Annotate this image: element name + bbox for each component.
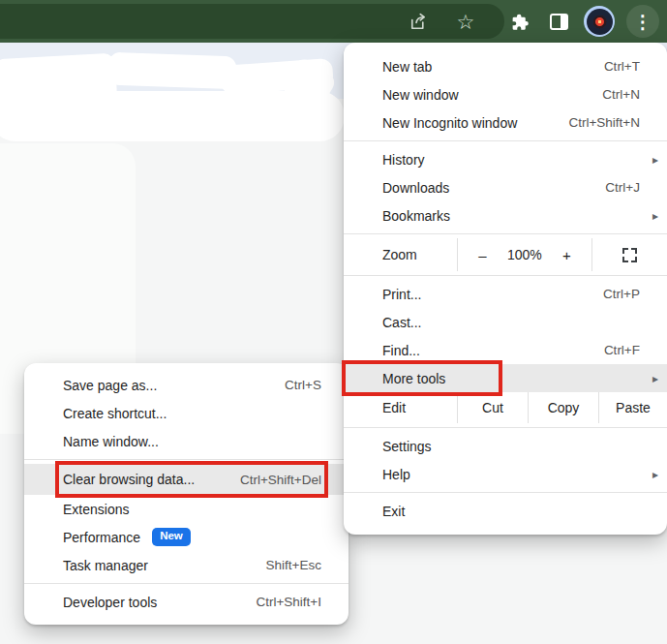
redacted-content-blob bbox=[0, 91, 345, 141]
menu-item-downloads[interactable]: Downloads Ctrl+J bbox=[344, 173, 667, 201]
bookmark-star-icon[interactable]: ☆ bbox=[452, 8, 479, 35]
menu-item-cast[interactable]: Cast... bbox=[344, 308, 667, 336]
shortcut-label: Ctrl+J bbox=[605, 180, 640, 195]
menu-item-zoom: Zoom – 100% + bbox=[344, 238, 667, 271]
more-tools-submenu: Save page as... Ctrl+S Create shortcut..… bbox=[24, 363, 349, 625]
menu-item-bookmarks[interactable]: Bookmarks ▸ bbox=[344, 201, 667, 230]
menu-item-task-manager[interactable]: Task manager Shift+Esc bbox=[24, 551, 349, 579]
menu-item-save-page-as[interactable]: Save page as... Ctrl+S bbox=[24, 371, 349, 399]
shortcut-label: Ctrl+T bbox=[604, 59, 640, 74]
avatar-image bbox=[587, 9, 613, 35]
paste-button[interactable]: Paste bbox=[598, 392, 667, 423]
menu-item-performance[interactable]: Performance New bbox=[24, 523, 349, 551]
menu-item-new-window[interactable]: New window Ctrl+N bbox=[344, 80, 667, 108]
shortcut-label: Ctrl+F bbox=[604, 343, 640, 357]
cut-button[interactable]: Cut bbox=[457, 392, 528, 423]
menu-separator bbox=[344, 233, 667, 234]
zoom-out-button[interactable]: – bbox=[470, 245, 494, 265]
menu-item-settings[interactable]: Settings bbox=[344, 432, 667, 460]
address-bar[interactable]: ☆ bbox=[0, 4, 504, 39]
fullscreen-icon bbox=[622, 248, 637, 262]
chrome-main-menu: New tab Ctrl+T New window Ctrl+N New Inc… bbox=[344, 43, 667, 535]
extensions-puzzle-icon[interactable] bbox=[506, 8, 533, 35]
menu-separator bbox=[24, 459, 349, 460]
menu-item-create-shortcut[interactable]: Create shortcut... bbox=[24, 399, 349, 427]
menu-separator bbox=[344, 140, 667, 141]
vertical-ellipsis-icon: ⋮ bbox=[634, 13, 652, 31]
browser-window: ☆ ⋮ New tab Ctrl+T New window Ctrl+N New bbox=[0, 0, 667, 644]
zoom-level: 100% bbox=[507, 247, 542, 262]
profile-avatar[interactable] bbox=[584, 6, 615, 37]
menu-item-new-incognito-window[interactable]: New Incognito window Ctrl+Shift+N bbox=[344, 108, 667, 137]
submenu-arrow-icon: ▸ bbox=[652, 468, 658, 481]
menu-separator bbox=[344, 275, 667, 276]
shortcut-label: Ctrl+P bbox=[603, 287, 640, 301]
submenu-arrow-icon: ▸ bbox=[652, 209, 658, 223]
three-dot-menu-button[interactable]: ⋮ bbox=[626, 5, 659, 38]
menu-item-developer-tools[interactable]: Developer tools Ctrl+Shift+I bbox=[24, 588, 349, 616]
menu-row-edit: Edit Cut Copy Paste bbox=[344, 392, 667, 423]
menu-item-extensions[interactable]: Extensions bbox=[24, 495, 349, 523]
edit-label: Edit bbox=[344, 392, 457, 423]
menu-item-history[interactable]: History ▸ bbox=[344, 145, 667, 173]
shortcut-label: Shift+Esc bbox=[266, 558, 321, 572]
menu-item-more-tools[interactable]: More tools ▸ bbox=[344, 364, 667, 392]
browser-toolbar: ☆ ⋮ bbox=[0, 0, 667, 43]
new-badge: New bbox=[152, 528, 191, 546]
redacted-content-blob bbox=[107, 52, 236, 90]
menu-separator bbox=[344, 427, 667, 428]
zoom-in-button[interactable]: + bbox=[555, 245, 579, 265]
shortcut-label: Ctrl+S bbox=[285, 378, 321, 392]
shortcut-label: Ctrl+Shift+N bbox=[568, 115, 640, 130]
shortcut-label: Ctrl+Shift+Del bbox=[240, 473, 321, 487]
menu-item-clear-browsing-data[interactable]: Clear browsing data... Ctrl+Shift+Del bbox=[24, 464, 349, 495]
side-panel-icon[interactable] bbox=[545, 8, 572, 35]
menu-item-exit[interactable]: Exit bbox=[344, 497, 667, 525]
shortcut-label: Ctrl+N bbox=[602, 87, 640, 102]
menu-item-name-window[interactable]: Name window... bbox=[24, 427, 349, 455]
menu-separator bbox=[24, 583, 349, 584]
fullscreen-button[interactable] bbox=[592, 238, 667, 271]
copy-button[interactable]: Copy bbox=[528, 392, 598, 423]
menu-item-new-tab[interactable]: New tab Ctrl+T bbox=[344, 52, 667, 80]
menu-item-find[interactable]: Find... Ctrl+F bbox=[344, 336, 667, 364]
shortcut-label: Ctrl+Shift+I bbox=[256, 595, 321, 609]
menu-separator bbox=[344, 492, 667, 493]
share-icon[interactable] bbox=[404, 8, 431, 35]
submenu-arrow-icon: ▸ bbox=[652, 153, 658, 167]
menu-item-help[interactable]: Help ▸ bbox=[344, 460, 667, 488]
submenu-arrow-icon: ▸ bbox=[652, 372, 658, 385]
menu-item-print[interactable]: Print... Ctrl+P bbox=[344, 280, 667, 308]
